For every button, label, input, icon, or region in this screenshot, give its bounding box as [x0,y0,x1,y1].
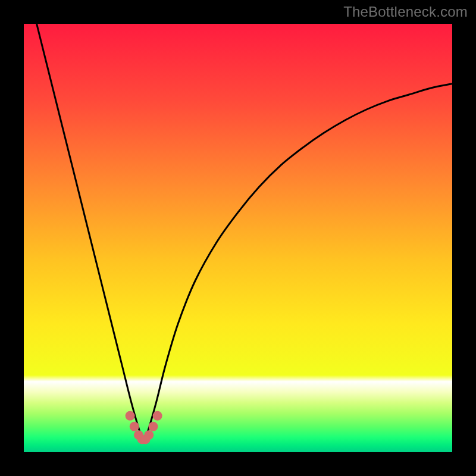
curve-marker [144,430,154,440]
curve-marker [126,411,135,421]
gradient-background [24,24,452,452]
curve-marker [148,422,158,431]
chart-svg [24,24,452,452]
plot-area [24,24,452,452]
curve-marker [153,411,162,421]
chart-frame: TheBottleneck.com [0,0,476,476]
curve-marker [130,422,139,431]
watermark-text: TheBottleneck.com [343,4,468,20]
